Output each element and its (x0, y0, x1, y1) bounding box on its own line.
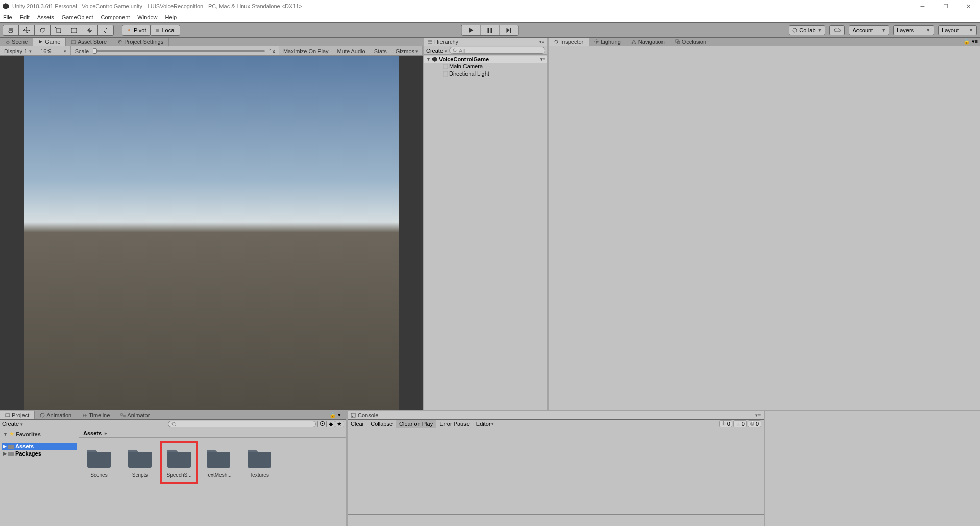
menu-component[interactable]: Component (101, 14, 130, 20)
stats-toggle[interactable]: Stats (370, 46, 391, 55)
project-create[interactable]: Create ▾ (2, 421, 23, 427)
folder-scripts[interactable]: Scripts (125, 447, 155, 478)
rotate-tool[interactable] (34, 25, 51, 36)
inspector-lock-icon[interactable]: 🔒 ▾≡ (961, 38, 980, 46)
step-button[interactable] (499, 25, 519, 36)
svg-point-1 (40, 28, 44, 32)
tab-asset-store[interactable]: Asset Store (66, 38, 112, 46)
tab-animator[interactable]: Animator (115, 411, 155, 419)
tab-lighting[interactable]: Lighting (589, 38, 626, 46)
console-clear-on-play[interactable]: Clear on Play (396, 420, 436, 428)
folder-textmesh[interactable]: TextMesh... (204, 447, 233, 478)
folder-textures[interactable]: Textures (244, 447, 274, 478)
local-toggle[interactable]: Local (150, 25, 180, 36)
console-tab[interactable]: Console ▾≡ (348, 411, 764, 420)
hierarchy-create[interactable]: Create ▾ (426, 47, 447, 54)
svg-text:i: i (723, 421, 724, 426)
game-view (0, 56, 423, 410)
cloud-icon (834, 28, 841, 33)
svg-text:!: ! (751, 421, 753, 426)
display-dropdown[interactable]: Display 1▾ (0, 46, 36, 55)
menu-assets[interactable]: Assets (37, 14, 54, 20)
hierarchy-search[interactable]: All (449, 47, 545, 54)
pause-button[interactable] (480, 25, 500, 36)
project-lock-icon[interactable]: 🔒 ▾≡ (327, 411, 346, 419)
hierarchy-item[interactable]: Main Camera (424, 63, 547, 70)
menu-window[interactable]: Window (137, 14, 157, 20)
account-dropdown[interactable]: Account▼ (849, 25, 889, 35)
hierarchy-icon (427, 39, 432, 44)
console-info-count[interactable]: i0 (719, 420, 732, 427)
unity-scene-icon (432, 56, 438, 62)
tab-project-settings[interactable]: Project Settings (112, 38, 169, 46)
project-packages-folder[interactable]: ▶Packages (2, 450, 77, 457)
transform-tool[interactable] (82, 25, 98, 36)
console-warning-count[interactable]: 0 (733, 420, 747, 427)
save-filter-button[interactable]: ★ (335, 421, 344, 427)
window-title: Unity 2018.3.6f1 Personal - VoiceControl… (12, 3, 302, 9)
folder-speech-highlighted[interactable]: SpeechS... (164, 445, 194, 480)
tab-project[interactable]: Project (0, 411, 35, 419)
pivot-toggle[interactable]: Pivot (122, 25, 151, 36)
console-collapse[interactable]: Collapse (368, 420, 396, 428)
filter-type-button[interactable]: ◆ (326, 421, 335, 427)
menu-file[interactable]: File (3, 14, 12, 20)
project-favorites[interactable]: ▼★Favorites (2, 430, 77, 438)
tab-scene[interactable]: ☼Scene (0, 38, 33, 46)
project-search[interactable] (168, 421, 316, 427)
console-error-pause[interactable]: Error Pause (436, 420, 473, 428)
svg-marker-23 (432, 57, 437, 62)
console-clear[interactable]: Clear (348, 420, 368, 428)
menu-help[interactable]: Help (165, 14, 177, 20)
hierarchy-scene-row[interactable]: ▼ VoiceControlGame ▾≡ (424, 56, 547, 63)
maximize-button[interactable]: ☐ (934, 0, 957, 12)
maximize-on-play[interactable]: Maximize On Play (279, 46, 333, 55)
aspect-dropdown[interactable]: 16:9▾ (36, 46, 70, 55)
collab-dropdown[interactable]: Collab▼ (789, 25, 825, 35)
main-toolbar: Pivot Local Collab▼ Account▼ Layers▼ Lay… (0, 22, 980, 38)
console-editor-dropdown[interactable]: Editor ▾ (473, 420, 497, 428)
tab-animation[interactable]: Animation (35, 411, 77, 419)
layout-dropdown[interactable]: Layout▼ (938, 25, 977, 35)
scale-tool[interactable] (50, 25, 66, 36)
svg-point-32 (40, 413, 44, 417)
layers-dropdown[interactable]: Layers▼ (893, 25, 934, 35)
close-button[interactable]: ✕ (957, 0, 980, 12)
tab-timeline[interactable]: Timeline (77, 411, 115, 419)
svg-rect-12 (488, 28, 489, 33)
svg-rect-2 (56, 28, 60, 32)
folder-icon (127, 447, 153, 468)
tab-occlusion[interactable]: Occlusion (670, 38, 712, 46)
play-button[interactable] (461, 25, 481, 36)
hierarchy-tab[interactable]: Hierarchy ▾≡ (424, 38, 547, 46)
tab-game[interactable]: Game (33, 38, 66, 46)
svg-point-16 (793, 28, 797, 32)
filter-button[interactable]: ⦿ (317, 421, 327, 427)
console-error-count[interactable]: !0 (748, 420, 761, 427)
tab-navigation[interactable]: Navigation (626, 38, 670, 46)
svg-rect-18 (71, 41, 76, 44)
search-icon (172, 422, 176, 426)
custom-tool[interactable] (97, 25, 114, 36)
project-breadcrumb[interactable]: Assets▸ (79, 428, 346, 438)
hierarchy-item[interactable]: Directional Light (424, 70, 547, 77)
gizmos-dropdown[interactable]: Gizmos▾ (391, 46, 423, 55)
menu-gameobject[interactable]: GameObject (62, 14, 93, 20)
gameobject-icon (443, 71, 448, 77)
cloud-button[interactable] (829, 25, 845, 35)
tab-inspector[interactable]: Inspector (549, 38, 589, 46)
minimize-button[interactable]: ─ (911, 0, 934, 12)
rect-tool[interactable] (66, 25, 82, 36)
move-tool[interactable] (18, 25, 35, 36)
project-assets-folder[interactable]: ▶Assets (2, 443, 77, 450)
menu-edit[interactable]: Edit (20, 14, 30, 20)
svg-point-26 (555, 40, 558, 43)
mute-audio[interactable]: Mute Audio (333, 46, 370, 55)
inspector-bottom-extension (764, 411, 980, 526)
scale-slider[interactable]: Scale 1x (71, 46, 279, 55)
search-icon (453, 48, 457, 53)
folder-scenes[interactable]: Scenes (84, 447, 114, 478)
svg-point-6 (71, 32, 72, 33)
hand-tool[interactable] (3, 25, 19, 36)
svg-rect-25 (443, 71, 448, 76)
